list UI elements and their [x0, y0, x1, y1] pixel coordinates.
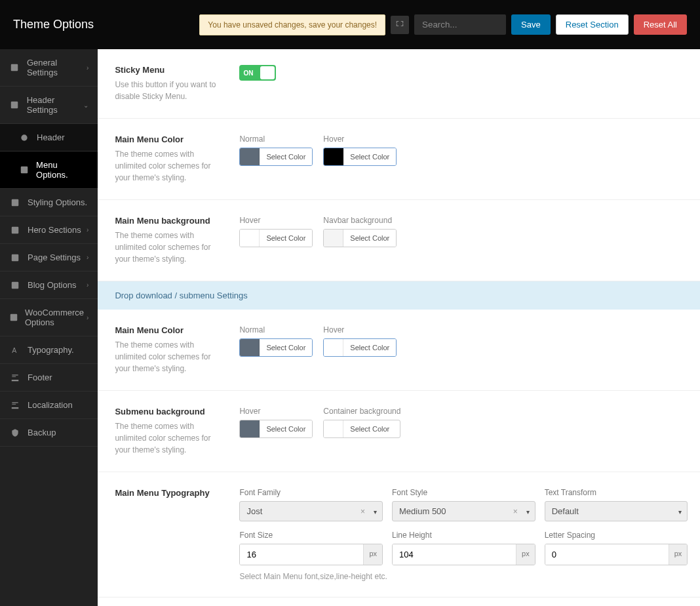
unit-label: px — [669, 544, 688, 565]
unit-label: px — [516, 544, 535, 565]
chevron-right-icon: › — [87, 254, 88, 261]
sidebar-item-backup[interactable]: Backup — [0, 419, 98, 447]
typography-icon: A — [9, 346, 21, 355]
svg-text:A: A — [12, 346, 16, 354]
sidebar-item-menu-options[interactable]: Menu Options. — [0, 152, 98, 189]
select-color-button[interactable]: Select Color — [260, 339, 312, 356]
svg-rect-7 — [12, 281, 19, 289]
color-picker-normal[interactable]: Select Color — [239, 148, 313, 166]
field-label-hover: Hover — [323, 134, 397, 144]
sidebar-item-label: Header Settings — [27, 95, 84, 115]
sidebar-item-header[interactable]: Header — [0, 124, 98, 152]
select-color-button[interactable]: Select Color — [260, 148, 312, 165]
chevron-down-icon: ⌄ — [83, 102, 88, 109]
section-submenu-color: Main Menu Color The theme comes with unl… — [98, 310, 700, 391]
sidebar-item-styling[interactable]: Styling Options. — [0, 189, 98, 216]
font-style-select[interactable]: Medium 500 × ▾ — [392, 501, 535, 521]
color-picker-hover[interactable]: Select Color — [323, 148, 397, 166]
sticky-menu-toggle[interactable]: ON — [239, 65, 276, 81]
color-picker-navbar[interactable]: Select Color — [323, 229, 397, 247]
typography-desc: Select Main Menu font,size,line-height e… — [239, 572, 688, 581]
menu-icon — [18, 165, 29, 174]
select-color-button[interactable]: Select Color — [260, 230, 312, 247]
svg-rect-5 — [12, 226, 19, 233]
svg-rect-6 — [12, 254, 19, 261]
unsaved-notice: You have unsaved changes, save your chan… — [199, 14, 385, 35]
save-button[interactable]: Save — [511, 14, 551, 35]
section-typography: Main Menu Typography Font Family Jost × … — [98, 472, 700, 597]
color-swatch — [240, 230, 260, 247]
toggle-label: ON — [243, 70, 253, 77]
font-size-value[interactable] — [240, 544, 363, 565]
styling-icon — [9, 198, 21, 207]
field-label-hover: Hover — [239, 407, 313, 416]
select-color-button[interactable]: Select Color — [343, 339, 396, 356]
clear-icon[interactable]: × — [360, 507, 365, 516]
font-size-label: Font Size — [239, 531, 383, 540]
font-style-value: Medium 500 — [399, 506, 446, 516]
field-label-container: Container background — [323, 407, 400, 416]
letter-spacing-input[interactable]: px — [545, 544, 688, 565]
expand-button[interactable] — [391, 16, 409, 34]
sidebar-item-label: Backup — [28, 428, 56, 437]
reset-all-button[interactable]: Reset All — [634, 14, 687, 35]
sidebar-item-localization[interactable]: Localization — [0, 392, 98, 419]
search-input[interactable] — [414, 14, 506, 35]
section-title: Submenu background — [115, 407, 220, 416]
color-picker-hover[interactable]: Select Color — [239, 420, 313, 438]
color-swatch — [324, 420, 343, 437]
color-picker-container[interactable]: Select Color — [323, 420, 400, 438]
section-desc: The theme comes with unlimited color sch… — [115, 230, 220, 265]
font-style-label: Font Style — [392, 488, 535, 497]
footer-icon — [9, 373, 21, 382]
sidebar-item-header-settings[interactable]: Header Settings ⌄ — [0, 87, 98, 124]
section-main-menu-color: Main Menu Color The theme comes with unl… — [98, 119, 700, 200]
reset-section-button[interactable]: Reset Section — [556, 14, 629, 35]
field-label-hover: Hover — [323, 325, 397, 334]
sidebar-item-footer[interactable]: Footer — [0, 364, 98, 392]
line-height-input[interactable]: px — [392, 544, 535, 565]
page-icon — [9, 253, 21, 262]
select-color-button[interactable]: Select Color — [343, 148, 396, 165]
sidebar-item-label: Localization — [28, 400, 73, 410]
sidebar-item-label: General Settings — [27, 58, 87, 77]
localization-icon — [9, 401, 21, 410]
sidebar-item-page[interactable]: Page Settings › — [0, 244, 98, 272]
chevron-right-icon: › — [87, 64, 88, 71]
color-swatch — [240, 339, 260, 356]
sidebar-item-hero[interactable]: Hero Sections › — [0, 216, 98, 244]
sidebar-item-general-settings[interactable]: General Settings › — [0, 49, 98, 87]
content: Sticky Menu Use this button if you want … — [98, 49, 700, 606]
color-picker-normal[interactable]: Select Color — [239, 338, 313, 357]
section-desc: The theme comes with unlimited color sch… — [115, 420, 220, 456]
toggle-knob — [260, 66, 275, 79]
sidebar-item-woocommerce[interactable]: WooCommerce Options › — [0, 299, 98, 336]
sidebar-item-label: Page Settings — [28, 253, 81, 262]
color-picker-hover[interactable]: Select Color — [239, 229, 313, 247]
select-color-button[interactable]: Select Color — [260, 420, 312, 437]
chevron-down-icon: ▾ — [678, 508, 682, 515]
sidebar-item-label: Footer — [28, 373, 52, 382]
line-height-value[interactable] — [393, 544, 516, 565]
page-title: Theme Options — [13, 18, 94, 31]
section-desc: Use this button if you want to disable S… — [115, 79, 220, 102]
section-title: Main Menu Color — [115, 134, 220, 144]
sidebar-item-typography[interactable]: A Typography. — [0, 336, 98, 364]
select-color-button[interactable]: Select Color — [343, 420, 396, 437]
letter-spacing-value[interactable] — [545, 544, 669, 565]
sidebar-item-label: Styling Options. — [28, 197, 87, 207]
sidebar-item-label: Typography. — [28, 345, 74, 355]
section-title: Main Menu Color — [115, 325, 220, 335]
text-transform-select[interactable]: Default ▾ — [545, 501, 688, 521]
woo-icon — [9, 313, 18, 322]
color-swatch — [240, 148, 260, 165]
clear-icon[interactable]: × — [513, 507, 518, 516]
header-icon — [9, 100, 20, 110]
font-family-select[interactable]: Jost × ▾ — [239, 501, 383, 521]
select-color-button[interactable]: Select Color — [343, 230, 396, 247]
color-picker-hover[interactable]: Select Color — [323, 338, 397, 357]
expand-icon — [395, 19, 404, 30]
field-label-navbar: Navbar background — [323, 216, 397, 225]
sidebar-item-blog[interactable]: Blog Options › — [0, 272, 98, 299]
font-size-input[interactable]: px — [239, 544, 383, 565]
